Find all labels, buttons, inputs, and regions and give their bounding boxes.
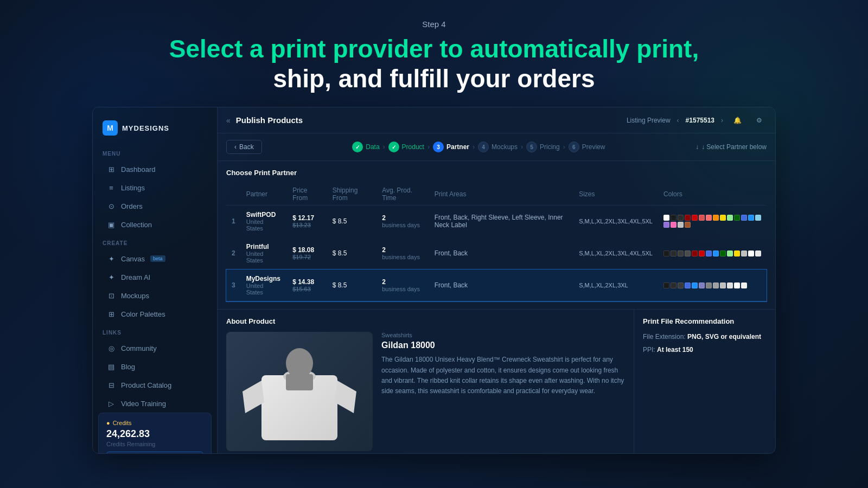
sidebar-item-label: Product Catalog: [121, 381, 171, 389]
sidebar-item-video-training[interactable]: ▷ Video Training: [97, 395, 213, 412]
about-product-title: About Product: [226, 317, 625, 325]
price-cell: $ 18.08 $19.72: [287, 237, 327, 269]
notification-button[interactable]: 🔔: [730, 113, 745, 128]
sidebar-item-product-catalog[interactable]: ⊟ Product Catalog: [97, 376, 213, 394]
mockups-icon: ⊡: [107, 291, 116, 300]
get-credits-button[interactable]: Get Credits: [106, 452, 203, 454]
sidebar-item-collection[interactable]: ▣ Collection: [97, 216, 213, 233]
sidebar-item-label: Listings: [121, 184, 145, 192]
sidebar-logo: M MYDESIGNS: [93, 116, 217, 144]
step-preview-circle: 6: [569, 142, 579, 152]
col-partner: Partner: [241, 183, 287, 206]
col-print-areas: Print Areas: [429, 183, 573, 206]
nav-next-icon[interactable]: ›: [721, 117, 723, 124]
nav-prev-icon[interactable]: ‹: [677, 117, 679, 124]
sidebar-item-label: Dashboard: [121, 165, 156, 174]
partner-section-title: Choose Print Partner: [226, 169, 767, 177]
partner-section: Choose Print Partner Partner Price From …: [218, 161, 775, 309]
sidebar-item-label: Canvas: [121, 255, 145, 263]
step-product-circle: ✓: [388, 142, 399, 152]
price-cell: $ 14.38 $15.63: [287, 269, 327, 301]
partner-name-cell: MyDesigns United States: [241, 269, 287, 301]
about-product: About Product: [218, 310, 634, 453]
color-palettes-icon: ⊞: [107, 310, 116, 318]
prod-time-cell: 2 business days: [376, 237, 429, 269]
row-number: 1: [226, 206, 241, 237]
col-prod-time: Avg. Prod. Time: [376, 183, 429, 206]
step-product[interactable]: ✓ Product: [388, 142, 424, 152]
bottom-section: About Product: [218, 309, 775, 453]
page-title: Publish Products: [236, 115, 303, 125]
table-row[interactable]: 3 MyDesigns United States $ 14.38 $15.63…: [226, 269, 767, 301]
blog-icon: ▤: [107, 362, 116, 371]
title-bar-left: « Publish Products: [226, 115, 303, 125]
content-area[interactable]: Choose Print Partner Partner Price From …: [218, 161, 775, 453]
community-icon: ◎: [107, 344, 116, 352]
table-row[interactable]: 1 SwiftPOD United States $ 12.17 $13.23 …: [226, 206, 767, 237]
headline-white: ship, and fulfill your orders: [273, 65, 595, 93]
dream-ai-icon: ✦: [107, 273, 116, 281]
step-pricing-circle: 5: [526, 142, 537, 152]
sidebar-item-color-palettes[interactable]: ⊞ Color Palettes: [97, 305, 213, 323]
table-header-row: Partner Price From Shipping From Avg. Pr…: [226, 183, 767, 206]
sidebar-item-label: Community: [121, 344, 157, 352]
step-data[interactable]: ✓ Data: [352, 142, 379, 152]
shipping-cell: $ 8.5: [327, 237, 377, 269]
colors-cell: [658, 237, 767, 269]
partner-name-cell: SwiftPOD United States: [241, 206, 287, 237]
print-rec-title: Print File Recommendation: [643, 317, 767, 325]
step-sep-1: ›: [383, 143, 385, 151]
col-sizes: Sizes: [573, 183, 658, 206]
step-mockups[interactable]: 4 Mockups: [478, 142, 518, 152]
step-partner[interactable]: 3 Partner: [433, 142, 469, 152]
links-section-label: LINKS: [93, 323, 217, 339]
print-rec-extension-value: PNG, SVG or equivalent: [687, 333, 761, 341]
sidebar-item-canvas[interactable]: ✦ Canvas beta: [97, 250, 213, 267]
print-rec-extension: File Extension: PNG, SVG or equivalent: [643, 332, 767, 342]
title-bar-right: Listing Preview ‹ #1575513 › 🔔 ⚙: [627, 113, 767, 128]
sidebar-item-label: Orders: [121, 202, 143, 210]
step-mockups-circle: 4: [478, 142, 489, 152]
sidebar-item-listings[interactable]: ≡ Listings: [97, 179, 213, 196]
create-section-label: CREATE: [93, 234, 217, 249]
step-label: Step 4: [0, 20, 868, 29]
table-row[interactable]: 2 Printful United States $ 18.08 $19.72 …: [226, 237, 767, 269]
product-detail: Sweatshirts Gildan 18000 The Gildan 1800…: [226, 332, 625, 451]
page-header: Step 4 Select a print provider to automa…: [0, 0, 868, 107]
print-areas-cell: Front, Back: [429, 269, 573, 301]
step-partner-label: Partner: [446, 143, 469, 151]
step-partner-circle: 3: [433, 142, 444, 152]
shipping-cell: $ 8.5: [327, 269, 377, 301]
prod-time-cell: 2 business days: [376, 206, 429, 237]
settings-button[interactable]: ⚙: [751, 113, 767, 128]
sidebar-item-label: Blog: [121, 363, 135, 371]
logo-icon: M: [103, 120, 118, 136]
sidebar-item-dashboard[interactable]: ⊞ Dashboard: [97, 160, 213, 178]
step-pricing-label: Pricing: [540, 143, 560, 151]
sidebar-item-label: Collection: [121, 221, 152, 229]
step-sep-3: ›: [473, 143, 475, 151]
main-headline: Select a print provider to automatically…: [0, 34, 868, 94]
collection-icon: ▣: [107, 220, 116, 229]
step-pricing[interactable]: 5 Pricing: [526, 142, 560, 152]
main-content: « Publish Products Listing Preview ‹ #15…: [218, 107, 775, 453]
sidebar-item-blog[interactable]: ▤ Blog: [97, 358, 213, 375]
back-arrow-icon: ‹: [234, 143, 237, 151]
step-preview[interactable]: 6 Preview: [569, 142, 605, 152]
breadcrumb-nav: ‹ Back ✓ Data › ✓ Product › 3 Partner ›: [218, 133, 775, 161]
sidebar-item-dream-ai[interactable]: ✦ Dream AI: [97, 268, 213, 286]
back-button[interactable]: ‹ Back: [226, 140, 262, 154]
credits-box: ● Credits 24,262.83 Credits Remaining Ge…: [98, 413, 212, 454]
product-catalog-icon: ⊟: [107, 381, 116, 389]
sidebar-item-orders[interactable]: ⊙ Orders: [97, 197, 213, 215]
collapse-sidebar-button[interactable]: «: [226, 116, 231, 125]
col-colors: Colors: [658, 183, 767, 206]
canvas-icon: ✦: [107, 254, 116, 263]
sidebar-item-mockups[interactable]: ⊡ Mockups: [97, 287, 213, 304]
app-window: M MYDESIGNS MENU ⊞ Dashboard ≡ Listings …: [92, 107, 776, 454]
sidebar-item-label: Video Training: [121, 400, 166, 408]
sidebar-item-community[interactable]: ◎ Community: [97, 339, 213, 357]
listing-id: #1575513: [686, 117, 714, 124]
credits-amount: 24,262.83: [106, 428, 203, 440]
sizes-cell: S,M,L,XL,2XL,3XL,4XL,5XL: [573, 206, 658, 237]
